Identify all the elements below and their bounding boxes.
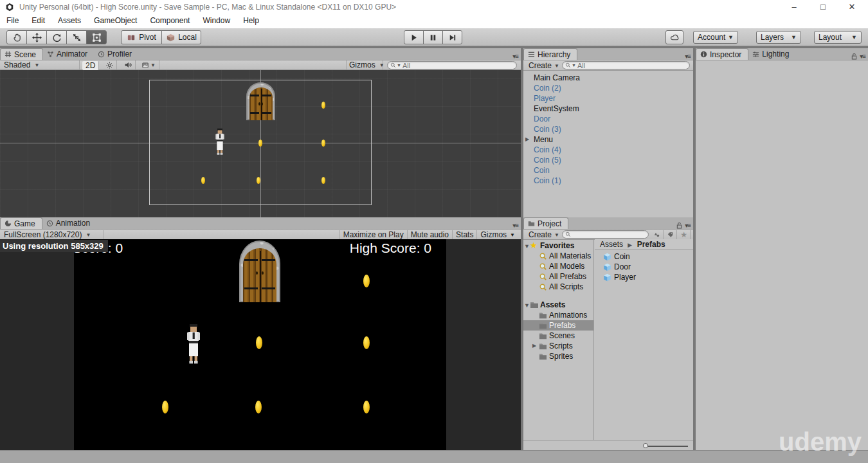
hierarchy-panel-menu[interactable]: ▾≡ bbox=[682, 53, 693, 60]
game-render-area[interactable]: Score: 0 High Score: 0 bbox=[74, 239, 446, 450]
menu-item[interactable]: GameObject bbox=[87, 14, 143, 28]
hierarchy-item[interactable]: Coin (4) bbox=[523, 145, 693, 155]
cloud-button[interactable] bbox=[665, 30, 683, 44]
game-toolbar-button[interactable]: Mute audio bbox=[407, 230, 452, 239]
game-toolbar-button[interactable]: Stats bbox=[452, 230, 476, 239]
layers-dropdown[interactable]: Layers▼ bbox=[756, 31, 801, 44]
game-gizmos-dropdown[interactable]: Gizmos▼ bbox=[476, 230, 518, 239]
favorites-item[interactable]: All Materials bbox=[523, 251, 593, 261]
project-panel-menu[interactable]: ▾≡ bbox=[676, 222, 693, 229]
scene-player-sprite[interactable] bbox=[213, 128, 226, 156]
scene-lighting-toggle[interactable] bbox=[103, 60, 117, 69]
hierarchy-item[interactable]: Coin (3) bbox=[523, 124, 693, 134]
menu-item[interactable]: Help bbox=[237, 14, 266, 28]
project-search-input[interactable] bbox=[571, 231, 644, 239]
rotate-tool-button[interactable] bbox=[46, 30, 67, 44]
game-panel-menu[interactable]: ▾≡ bbox=[510, 222, 521, 229]
asset-folder[interactable]: Scripts bbox=[523, 341, 593, 351]
tab-animation[interactable]: Animation bbox=[42, 217, 96, 229]
scene-coin-sprite[interactable] bbox=[321, 177, 325, 184]
close-button[interactable]: ✕ bbox=[842, 1, 862, 13]
pause-button[interactable] bbox=[423, 30, 443, 44]
rect-tool-button[interactable] bbox=[86, 30, 107, 44]
scene-coin-sprite[interactable] bbox=[257, 177, 260, 184]
tab-animator[interactable]: Animator bbox=[43, 48, 94, 60]
asset-folder[interactable]: Animations bbox=[523, 310, 593, 320]
hierarchy-item[interactable]: Menu bbox=[523, 134, 693, 145]
asset-folder[interactable]: Prefabs bbox=[523, 320, 593, 331]
scene-audio-toggle[interactable] bbox=[121, 60, 136, 69]
step-button[interactable] bbox=[442, 30, 462, 44]
inspector-panel-menu[interactable]: ▾≡ bbox=[851, 53, 868, 60]
favorites-item[interactable]: All Models bbox=[523, 261, 593, 271]
layout-dropdown[interactable]: Layout▼ bbox=[814, 31, 862, 44]
hierarchy-search-input[interactable] bbox=[577, 62, 685, 69]
scene-coin-sprite[interactable] bbox=[258, 140, 262, 147]
maximize-button[interactable]: □ bbox=[813, 1, 833, 13]
account-dropdown[interactable]: Account▼ bbox=[693, 31, 738, 44]
scene-coin-sprite[interactable] bbox=[201, 177, 205, 184]
assets-root[interactable]: ▼ Assets bbox=[523, 300, 593, 310]
menu-item[interactable]: Component bbox=[143, 14, 196, 28]
scale-tool-button[interactable] bbox=[66, 30, 87, 44]
hierarchy-item[interactable]: Coin (1) bbox=[523, 176, 693, 186]
scene-panel-menu[interactable]: ▾≡ bbox=[510, 53, 521, 60]
asset-folder[interactable]: Sprites bbox=[523, 351, 593, 361]
tab-scene[interactable]: Scene bbox=[0, 48, 43, 60]
scene-gizmos-dropdown[interactable]: Gizmos▼ bbox=[346, 60, 383, 69]
tab-game[interactable]: Game bbox=[0, 217, 42, 229]
hand-tool-button[interactable] bbox=[6, 30, 27, 44]
play-button[interactable] bbox=[404, 30, 424, 44]
hierarchy-item[interactable]: Coin (2) bbox=[523, 83, 693, 93]
scene-coin-sprite[interactable] bbox=[321, 140, 325, 147]
project-search-field[interactable] bbox=[562, 230, 649, 239]
thumbnail-size-slider[interactable] bbox=[643, 444, 688, 447]
foldout-icon[interactable]: ▼ bbox=[524, 300, 530, 311]
hierarchy-item[interactable]: Door bbox=[523, 114, 693, 124]
hierarchy-item[interactable]: EventSystem bbox=[523, 104, 693, 114]
favorites-item[interactable]: All Prefabs bbox=[523, 271, 593, 282]
prefab-file-item[interactable]: Door bbox=[595, 262, 693, 272]
pivot-toggle-button[interactable]: Pivot bbox=[121, 30, 162, 44]
project-create-button[interactable]: Create▼ bbox=[525, 230, 563, 239]
minimize-button[interactable]: – bbox=[784, 1, 804, 13]
scene-door-sprite[interactable] bbox=[246, 82, 275, 120]
shading-mode-dropdown[interactable]: Shaded▼ bbox=[1, 60, 80, 69]
menu-item[interactable]: Window bbox=[196, 14, 237, 28]
tab-profiler[interactable]: Profiler bbox=[94, 48, 138, 60]
hierarchy-search-field[interactable]: ▼ bbox=[562, 61, 690, 69]
search-by-label-button[interactable] bbox=[664, 230, 677, 239]
breadcrumb-root[interactable]: Assets bbox=[600, 240, 623, 249]
hierarchy-item[interactable]: Main Camera bbox=[523, 73, 693, 83]
search-by-type-button[interactable] bbox=[651, 230, 664, 239]
scene-effects-dropdown[interactable]: ▼ bbox=[139, 60, 159, 69]
tab-hierarchy[interactable]: Hierarchy bbox=[523, 48, 577, 60]
prefab-file-item[interactable]: Player bbox=[595, 272, 693, 282]
scene-search-input[interactable] bbox=[402, 62, 512, 69]
scene-coin-sprite[interactable] bbox=[321, 102, 325, 109]
favorites-item[interactable]: All Scripts bbox=[523, 282, 593, 292]
hierarchy-create-button[interactable]: Create▼ bbox=[525, 61, 563, 70]
local-toggle-button[interactable]: Local bbox=[161, 30, 201, 44]
foldout-icon[interactable]: ▼ bbox=[524, 241, 530, 251]
slider-knob[interactable] bbox=[643, 443, 648, 448]
2d-toggle[interactable]: 2D bbox=[82, 61, 99, 70]
favorites-filter-button[interactable]: ★ bbox=[678, 230, 691, 239]
game-resolution-dropdown[interactable]: FullScreen (1280x720)▼ bbox=[1, 230, 104, 239]
move-tool-button[interactable] bbox=[26, 30, 47, 44]
game-toolbar-button[interactable]: Maximize on Play bbox=[339, 230, 407, 239]
asset-folder[interactable]: Scenes bbox=[523, 331, 593, 341]
scene-search-field[interactable]: ▼ bbox=[387, 61, 517, 69]
tab-inspector[interactable]: Inspector bbox=[696, 48, 748, 60]
tab-project[interactable]: Project bbox=[523, 217, 568, 229]
hierarchy-item[interactable]: Player bbox=[523, 93, 693, 104]
hierarchy-item[interactable]: Coin bbox=[523, 165, 693, 176]
prefab-file-item[interactable]: Coin bbox=[595, 251, 693, 262]
hierarchy-item[interactable]: Coin (5) bbox=[523, 155, 693, 165]
menu-item[interactable]: File bbox=[0, 14, 25, 28]
menu-item[interactable]: Assets bbox=[51, 14, 87, 28]
scene-viewport[interactable] bbox=[0, 70, 521, 217]
favorites-root[interactable]: ▼ ★ Favorites bbox=[523, 241, 593, 251]
tab-lighting[interactable]: Lighting bbox=[748, 48, 795, 60]
menu-item[interactable]: Edit bbox=[25, 14, 51, 28]
